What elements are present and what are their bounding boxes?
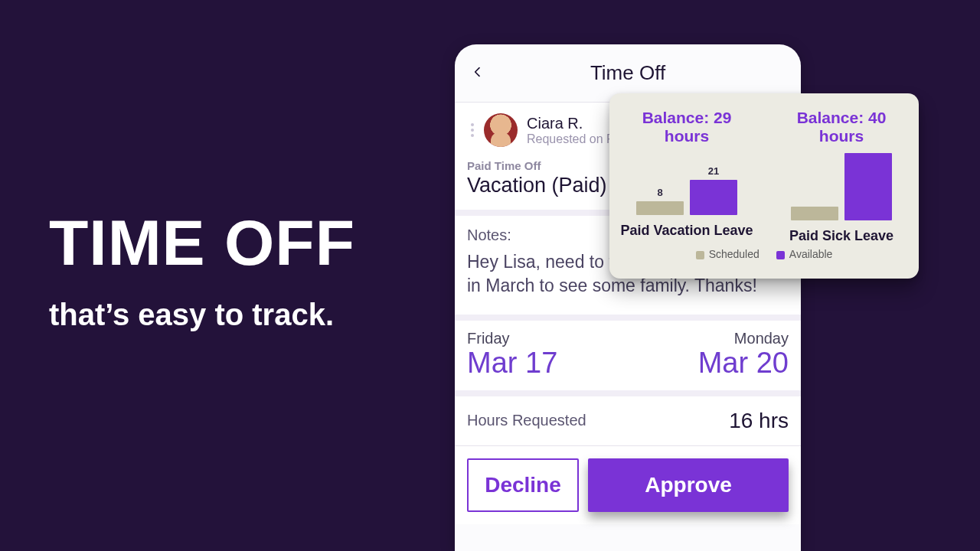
balance-text: Balance: 40hours <box>797 109 887 145</box>
bar-scheduled: 8 <box>636 153 684 215</box>
legend-available: Available <box>776 248 833 260</box>
stage: TIME OFF that’s easy to track. Time Off <box>0 0 980 551</box>
chart-group-label: Paid Vacation Leave <box>620 223 753 239</box>
chart-groups: Balance: 29hours821Paid Vacation LeaveBa… <box>609 109 919 239</box>
hours-section: Hours Requested 16 hrs <box>455 396 801 446</box>
bar-scheduled-rect <box>791 207 838 220</box>
end-dow: Monday <box>698 330 789 347</box>
bar-scheduled <box>791 153 838 220</box>
dot-icon <box>471 129 474 132</box>
chart-group: Balance: 29hours821Paid Vacation Leave <box>609 109 764 239</box>
approve-button[interactable]: Approve <box>588 458 789 512</box>
start-dow: Friday <box>467 330 557 347</box>
back-button[interactable] <box>466 61 490 86</box>
balance-text: Balance: 29hours <box>642 109 732 145</box>
balance-chart-card: Balance: 29hours821Paid Vacation LeaveBa… <box>609 93 919 279</box>
bar-value-label: 21 <box>708 165 719 177</box>
legend-scheduled: Scheduled <box>696 248 760 260</box>
marketing-headline: TIME OFF that’s easy to track. <box>49 210 355 330</box>
chart-group: Balance: 40hoursPaid Sick Leave <box>764 109 919 239</box>
bar-available: 21 <box>690 153 737 215</box>
bar-scheduled-rect <box>636 201 684 215</box>
legend-available-label: Available <box>789 248 833 260</box>
chart-group-label: Paid Sick Leave <box>789 228 893 244</box>
dates-section: Friday Mar 17 Monday Mar 20 <box>455 321 801 396</box>
legend-scheduled-label: Scheduled <box>709 248 760 260</box>
bars-row: 821 <box>636 153 737 215</box>
hours-requested-value: 16 hrs <box>729 409 789 433</box>
avatar <box>484 113 518 147</box>
end-date: Monday Mar 20 <box>698 330 789 380</box>
legend-swatch-available-icon <box>776 251 785 259</box>
start-md: Mar 17 <box>467 347 557 380</box>
bar-value-label: 8 <box>657 187 662 198</box>
bars-row <box>791 153 892 220</box>
bar-available-rect <box>844 153 892 220</box>
bar-available-rect <box>690 180 737 215</box>
dot-icon <box>471 134 474 137</box>
legend-swatch-scheduled-icon <box>696 251 704 259</box>
decline-button[interactable]: Decline <box>467 458 579 512</box>
headline-sub: that’s easy to track. <box>49 299 355 330</box>
chart-legend: Scheduled Available <box>609 248 919 260</box>
headline-big: TIME OFF <box>49 210 355 275</box>
dot-icon <box>471 123 474 126</box>
bar-available <box>844 153 892 220</box>
page-title: Time Off <box>455 61 801 85</box>
action-buttons: Decline Approve <box>455 446 801 524</box>
end-md: Mar 20 <box>698 347 789 380</box>
hours-requested-label: Hours Requested <box>467 412 586 429</box>
more-menu-button[interactable] <box>467 123 478 137</box>
chevron-left-icon <box>472 63 484 84</box>
start-date: Friday Mar 17 <box>467 330 557 380</box>
